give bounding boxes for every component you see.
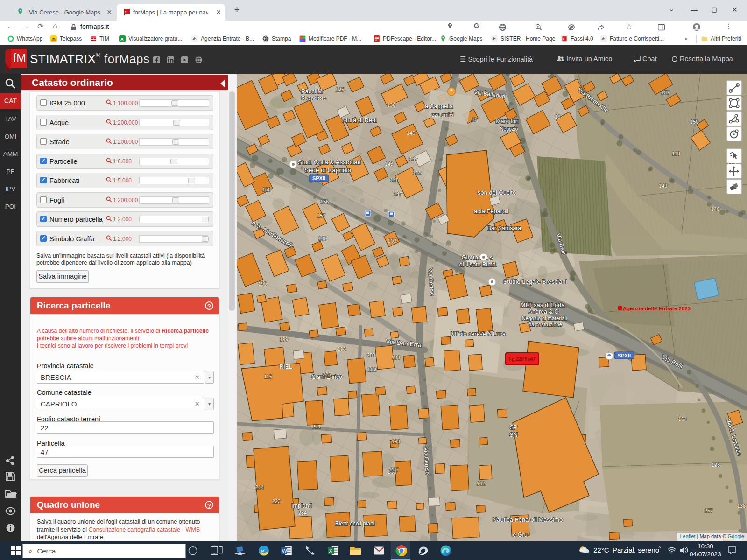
svg-text:fM: fM [13, 51, 26, 64]
svg-text:150: 150 [690, 119, 698, 125]
svg-text:Negozio: Negozio [500, 126, 518, 132]
svg-text:156: 156 [320, 199, 329, 204]
svg-text:Sede di Capriolo: Sede di Capriolo [304, 167, 351, 174]
svg-text:199: 199 [280, 336, 288, 342]
svg-text:Elettr ecoli plani: Elettr ecoli plani [335, 520, 375, 527]
svg-text:203: 203 [388, 238, 396, 244]
svg-text:MLT sas di Loda: MLT sas di Loda [521, 301, 565, 308]
svg-text:140: 140 [711, 206, 719, 212]
svg-text:237: 237 [390, 467, 399, 472]
svg-text:225: 225 [336, 87, 344, 92]
svg-text:A: A [120, 37, 124, 42]
svg-text:rdura di Redi: rdura di Redi [342, 117, 377, 124]
svg-text:SPXII: SPXII [312, 175, 325, 181]
svg-text:di Usato Bimbi: di Usato Bimbi [459, 261, 497, 268]
svg-text:162: 162 [477, 481, 485, 486]
svg-text:Ufficio cerese & Luca: Ufficio cerese & Luca [451, 331, 506, 337]
svg-text:16: 16 [555, 114, 560, 119]
svg-text:e: e [261, 546, 264, 555]
svg-text:214: 214 [255, 484, 264, 490]
svg-text:SN: SN [509, 432, 517, 438]
svg-text:157: 157 [317, 213, 325, 218]
svg-text:SP: SP [510, 424, 518, 431]
svg-text:122: 122 [413, 170, 421, 176]
svg-text:164: 164 [678, 416, 687, 422]
svg-text:F: F [563, 37, 565, 41]
svg-text:10: 10 [471, 117, 476, 122]
svg-text:183: 183 [392, 355, 400, 360]
svg-text:115: 115 [264, 374, 272, 379]
svg-text:157: 157 [661, 90, 669, 95]
svg-text:257: 257 [705, 508, 713, 513]
svg-text:143: 143 [385, 161, 393, 167]
svg-text:e Gru: e Gru [513, 532, 527, 538]
svg-text:149: 149 [659, 183, 667, 189]
svg-text:Studi Colla & Associati: Studi Colla & Associati [297, 159, 360, 166]
svg-text:225: 225 [323, 371, 331, 377]
svg-text:a Cappella: a Cappella [425, 103, 453, 110]
svg-text:147: 147 [409, 156, 418, 162]
svg-text:Girotondo s: Girotondo s [461, 254, 493, 261]
svg-text:196: 196 [338, 346, 346, 352]
svg-text:145: 145 [394, 191, 402, 197]
svg-text:acia Fenaroli: acia Fenaroli [474, 208, 509, 215]
svg-text:Impianti: Impianti [291, 503, 312, 509]
svg-text:Negozio di materiali: Negozio di materiali [522, 315, 567, 321]
svg-text:190: 190 [258, 281, 267, 287]
svg-text:221: 221 [312, 424, 321, 429]
svg-text:son del Cucito: son del Cucito [478, 189, 516, 196]
svg-text:D'arc tori: D'arc tori [495, 118, 519, 125]
svg-text:Fg.22Plla47: Fg.22Plla47 [508, 356, 536, 362]
svg-text:Studio Legale Bresciani: Studio Legale Bresciani [503, 278, 567, 285]
svg-text:da costruzione: da costruzione [529, 322, 562, 327]
svg-text:X: X [329, 547, 332, 554]
svg-text:128: 128 [712, 462, 720, 468]
svg-text:Rivenditore: Rivenditore [301, 95, 326, 101]
svg-text:136: 136 [387, 102, 395, 108]
svg-text:253: 253 [367, 352, 375, 358]
svg-text:W: W [282, 547, 288, 554]
svg-text:Nautica Fenaroli Massimo: Nautica Fenaroli Massimo [493, 516, 563, 523]
svg-text:zza omici: zza omici [432, 112, 453, 118]
svg-text:146: 146 [407, 130, 415, 136]
svg-text:119: 119 [672, 151, 680, 156]
svg-text:Andrea & C: Andrea & C [529, 308, 559, 315]
svg-text:193: 193 [392, 439, 400, 444]
svg-text:138: 138 [737, 503, 746, 509]
svg-text:160: 160 [318, 236, 327, 241]
svg-text:Agenzia delle Entrate 2023: Agenzia delle Entrate 2023 [623, 306, 691, 311]
svg-text:148: 148 [390, 177, 399, 183]
svg-text:223: 223 [272, 498, 281, 504]
svg-text:SPXII: SPXII [618, 353, 631, 358]
svg-text:Bar Samsara: Bar Samsara [487, 225, 521, 231]
svg-text:RIEL: RIEL [280, 364, 292, 370]
svg-text:284: 284 [298, 510, 307, 516]
svg-text:202: 202 [368, 367, 376, 372]
svg-text:158: 158 [262, 187, 271, 192]
svg-text:Pacci M: Pacci M [301, 88, 323, 95]
